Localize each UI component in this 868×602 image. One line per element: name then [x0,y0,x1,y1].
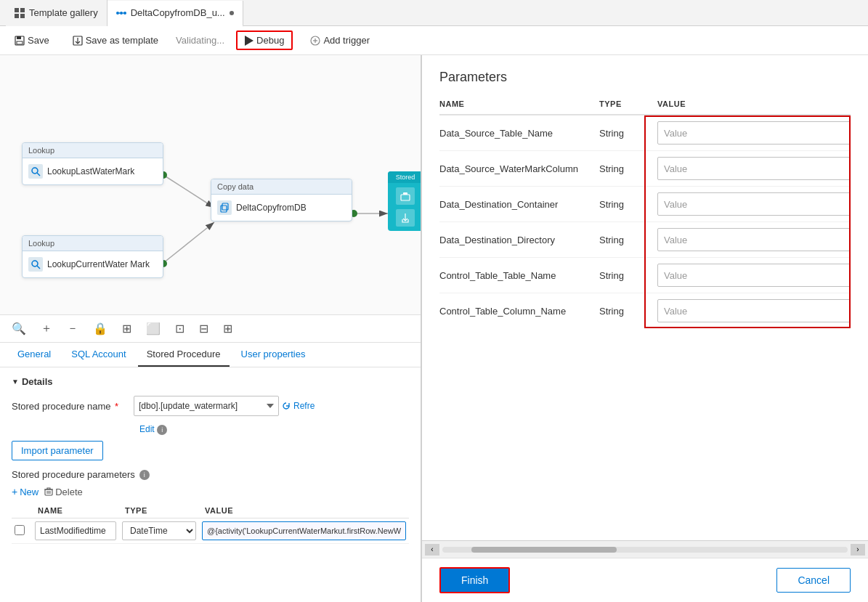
finish-button[interactable]: Finish [439,567,510,593]
edit-row: Edit i [134,423,409,435]
param-row-3: Data_Destination_Container String [439,187,851,222]
row-6-value-input[interactable] [657,299,851,322]
save-as-template-label: Save as template [86,35,158,46]
details-section-header[interactable]: ▼ Details [12,376,409,387]
debug-button[interactable]: Debug [236,30,293,50]
svg-rect-27 [222,203,228,210]
lookup1-node[interactable]: Lookup LookupLastWaterMark [22,142,163,185]
row-5-type: String [599,270,657,281]
row-name-cell [32,518,119,544]
split-btn[interactable]: ⊟ [196,320,211,337]
tab-delta-copy[interactable]: DeltaCopyfromDB_u... [108,1,243,27]
copy-data-node[interactable]: Copy data DeltaCopyfromDB [211,179,352,221]
row-5-value [657,264,851,287]
pipeline-icon [116,8,126,18]
row-4-value-input[interactable] [657,228,851,251]
row-2-type: String [599,163,657,174]
col-value-header: VALUE [199,503,409,518]
grid-btn[interactable]: ⊞ [220,320,235,337]
tab-sql-account[interactable]: SQL Account [62,343,134,367]
right-panel-content: Parameters NAME TYPE VALUE Data_Source_T… [422,55,868,540]
row-6-name: Control_Table_Column_Name [439,306,599,317]
prop-tabs: General SQL Account Stored Procedure Use… [0,343,421,367]
param-row-6: Control_Table_Column_Name String [439,293,851,328]
debug-label: Debug [256,35,284,46]
zoom-minus-btn[interactable]: － [64,320,81,338]
tab-user-properties[interactable]: User properties [232,343,315,367]
stored-procedure-node[interactable]: Stored [388,171,421,231]
row-1-type: String [599,128,657,139]
main-content: Lookup LookupLastWaterMark Lookup Lookup… [0,55,868,602]
fit-btn[interactable]: ⬜ [143,320,163,337]
import-parameter-button[interactable]: Import parameter [12,441,103,460]
svg-rect-26 [221,206,227,212]
lookup2-node[interactable]: Lookup LookupCurrentWater Mark [22,235,163,278]
row-1-value-input[interactable] [657,121,851,145]
svg-rect-10 [17,36,21,39]
row-2-value-input[interactable] [657,157,851,180]
row-6-type: String [599,306,657,317]
edit-info-icon[interactable]: i [157,425,167,435]
save-button[interactable]: Save [9,32,55,49]
row-5-name: Control_Table_Table_Name [439,270,599,281]
row-4-name: Data_Destination_Directory [439,235,599,245]
tab-template-gallery[interactable]: Template gallery [6,0,108,26]
params-table: NAME TYPE VALUE [12,503,409,544]
svg-line-23 [37,173,40,176]
tab-stored-procedure[interactable]: Stored Procedure [138,343,230,367]
sp-params-label: Stored procedure parameters [12,469,135,480]
row-checkbox[interactable] [15,525,25,535]
trigger-icon [310,36,320,46]
svg-rect-11 [17,41,23,44]
save-as-template-button[interactable]: Save as template [67,32,164,49]
header-value: VALUE [657,99,851,108]
sp-params-header: Stored procedure parameters i [12,469,409,480]
trash-icon [44,487,53,496]
edit-link[interactable]: Edit [139,424,155,434]
params-rows-container: Data_Source_Table_Name String Data_Sourc… [439,115,851,328]
zoom-search-btn[interactable]: 🔍 [9,320,29,337]
proc-name-select[interactable]: [dbo].[update_watermark] [134,396,279,416]
scroll-area: ‹ › [422,540,868,558]
sp-params-info-icon[interactable]: i [139,470,150,480]
debug-play-icon [245,36,253,46]
params-table-header-row: NAME TYPE VALUE [12,503,409,518]
svg-rect-28 [401,195,410,200]
tab-general[interactable]: General [9,343,60,367]
header-type: TYPE [599,99,657,108]
add-trigger-button[interactable]: Add trigger [304,32,376,49]
proc-name-input-group: [dbo].[update_watermark] Refre [134,396,409,416]
param-name-input[interactable] [35,521,116,540]
svg-rect-3 [20,14,25,18]
tab-delta-copy-label: DeltaCopyfromDB_u... [131,7,225,18]
lock-btn[interactable]: 🔒 [90,320,110,337]
new-param-button[interactable]: + New [12,486,38,497]
canvas-area: Lookup LookupLastWaterMark Lookup Lookup… [0,55,421,602]
tab-modified-dot [230,11,234,15]
scroll-track[interactable] [442,547,848,553]
param-value-input[interactable] [202,521,406,540]
stored-icon2 [396,209,415,227]
refresh-icon [282,402,291,410]
svg-point-6 [123,12,126,15]
row-checkbox-cell [12,518,32,544]
action-btns: + New Delete [12,486,409,497]
lookup2-icon [28,257,43,272]
row-2-value [657,157,851,180]
canvas-toolbar: 🔍 ＋ － 🔒 ⊞ ⬜ ⊡ ⊟ ⊞ [0,314,421,342]
lookup1-header: Lookup [23,143,163,158]
pipeline-canvas[interactable]: Lookup LookupLastWaterMark Lookup Lookup… [0,55,421,314]
code-btn[interactable]: ⊞ [119,320,134,337]
delete-param-button[interactable]: Delete [44,486,83,497]
zoom-add-btn[interactable]: ＋ [38,320,55,338]
row-5-value-input[interactable] [657,264,851,287]
crop-btn[interactable]: ⊡ [172,320,187,337]
scroll-right-button[interactable]: › [851,544,865,556]
save-template-icon [73,36,83,46]
scroll-left-button[interactable]: ‹ [425,544,439,556]
refresh-button[interactable]: Refre [282,401,315,411]
row-3-value-input[interactable] [657,192,851,216]
row-3-value [657,192,851,216]
param-type-select[interactable]: DateTime String Int [122,521,196,540]
cancel-button[interactable]: Cancel [776,568,851,593]
